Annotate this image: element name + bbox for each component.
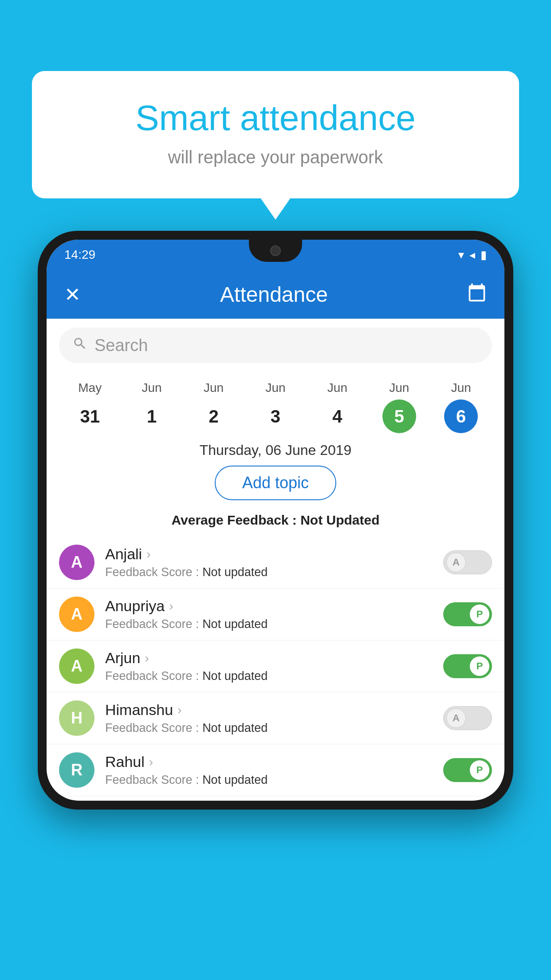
student-name: Rahul› <box>105 753 439 771</box>
cal-date-number[interactable]: 2 <box>197 399 231 433</box>
student-name-text: Anupriya <box>105 597 165 615</box>
camera <box>270 245 281 256</box>
attendance-toggle[interactable]: A <box>443 706 492 730</box>
speech-bubble-container: Smart attendance will replace your paper… <box>32 71 519 198</box>
student-name: Himanshu› <box>105 701 439 719</box>
phone-screen: 14:29 ▾ ◂ ▮ ✕ Attendance <box>47 240 504 801</box>
student-item[interactable]: AAnjali›Feedback Score : Not updatedA <box>47 537 504 589</box>
status-time: 14:29 <box>64 248 95 262</box>
calendar-button[interactable] <box>467 283 487 306</box>
student-name: Anupriya› <box>105 597 439 615</box>
student-name-text: Himanshu <box>105 701 173 719</box>
phone-body: 14:29 ▾ ◂ ▮ ✕ Attendance <box>38 231 513 810</box>
student-info: Rahul›Feedback Score : Not updated <box>105 753 439 787</box>
chevron-right-icon: › <box>169 599 173 613</box>
add-topic-button[interactable]: Add topic <box>215 466 336 500</box>
signal-icon: ◂ <box>469 248 475 262</box>
close-button[interactable]: ✕ <box>64 283 81 306</box>
battery-icon: ▮ <box>480 248 487 262</box>
toggle-knob: A <box>446 708 466 728</box>
selected-date-label: Thursday, 06 June 2019 <box>47 438 504 466</box>
chevron-right-icon: › <box>146 547 150 561</box>
search-placeholder: Search <box>94 336 148 355</box>
cal-date-number[interactable]: 31 <box>73 399 107 433</box>
chevron-right-icon: › <box>177 703 181 717</box>
student-item[interactable]: AArjun›Feedback Score : Not updatedP <box>47 640 504 692</box>
feedback-score: Feedback Score : Not updated <box>105 565 439 579</box>
cal-date-number[interactable]: 6 <box>444 399 478 433</box>
attendance-toggle[interactable]: P <box>443 602 492 626</box>
cal-date-number[interactable]: 3 <box>259 399 292 433</box>
chevron-right-icon: › <box>149 755 153 769</box>
avatar: A <box>59 597 94 632</box>
calendar-strip: May31Jun1Jun2Jun3Jun4Jun5Jun6 <box>47 372 504 438</box>
attendance-toggle[interactable]: P <box>443 758 492 782</box>
attendance-toggle-container[interactable]: A <box>439 550 492 574</box>
student-name: Anjali› <box>105 545 439 563</box>
bubble-title: Smart attendance <box>63 98 488 138</box>
bubble-subtitle: will replace your paperwork <box>63 147 488 167</box>
avatar: R <box>59 752 94 788</box>
cal-month-label: Jun <box>142 381 162 395</box>
attendance-toggle[interactable]: A <box>443 550 492 574</box>
cal-month-label: May <box>78 381 102 395</box>
calendar-day[interactable]: Jun3 <box>244 381 306 433</box>
feedback-score: Feedback Score : Not updated <box>105 617 439 631</box>
student-item[interactable]: RRahul›Feedback Score : Not updatedP <box>47 744 504 796</box>
calendar-day[interactable]: May31 <box>59 381 121 433</box>
calendar-day[interactable]: Jun4 <box>307 381 368 433</box>
cal-month-label: Jun <box>389 381 409 395</box>
student-info: Anjali›Feedback Score : Not updated <box>105 545 439 579</box>
calendar-day[interactable]: Jun1 <box>121 381 182 433</box>
status-icons: ▾ ◂ ▮ <box>458 248 487 262</box>
attendance-toggle[interactable]: P <box>443 654 492 678</box>
student-list: AAnjali›Feedback Score : Not updatedAAAn… <box>47 537 504 801</box>
feedback-score: Feedback Score : Not updated <box>105 721 439 735</box>
attendance-toggle-container[interactable]: P <box>439 602 492 626</box>
student-info: Anupriya›Feedback Score : Not updated <box>105 597 439 631</box>
cal-month-label: Jun <box>451 381 471 395</box>
student-name: Arjun› <box>105 649 439 667</box>
cal-month-label: Jun <box>204 381 224 395</box>
phone-notch <box>249 240 302 262</box>
student-item[interactable]: AAnupriya›Feedback Score : Not updatedP <box>47 589 504 640</box>
cal-date-number[interactable]: 1 <box>135 399 169 433</box>
avatar: A <box>59 545 94 580</box>
wifi-icon: ▾ <box>458 248 464 262</box>
speech-bubble: Smart attendance will replace your paper… <box>32 71 519 198</box>
chevron-right-icon: › <box>145 651 149 665</box>
toggle-knob: P <box>470 760 489 780</box>
app-bar: ✕ Attendance <box>47 270 504 319</box>
feedback-score: Feedback Score : Not updated <box>105 773 439 787</box>
attendance-toggle-container[interactable]: P <box>439 758 492 782</box>
toggle-knob: A <box>446 553 466 572</box>
app-bar-title: Attendance <box>220 282 328 307</box>
attendance-toggle-container[interactable]: A <box>439 706 492 730</box>
student-name-text: Anjali <box>105 545 142 563</box>
student-item[interactable]: HHimanshu›Feedback Score : Not updatedA <box>47 692 504 744</box>
search-bar[interactable]: Search <box>59 328 492 363</box>
student-info: Himanshu›Feedback Score : Not updated <box>105 701 439 735</box>
avg-feedback-value: Not Updated <box>300 513 379 527</box>
calendar-day[interactable]: Jun2 <box>183 381 244 433</box>
cal-date-number[interactable]: 4 <box>320 399 354 433</box>
toggle-knob: P <box>470 605 489 624</box>
avg-feedback-label: Average Feedback : <box>171 513 296 527</box>
avatar: H <box>59 700 94 736</box>
student-info: Arjun›Feedback Score : Not updated <box>105 649 439 683</box>
phone-mockup: 14:29 ▾ ◂ ▮ ✕ Attendance <box>38 231 513 810</box>
attendance-toggle-container[interactable]: P <box>439 654 492 678</box>
student-name-text: Rahul <box>105 753 145 771</box>
toggle-knob: P <box>470 656 489 676</box>
search-icon <box>72 336 87 355</box>
cal-date-number[interactable]: 5 <box>382 399 416 433</box>
calendar-day[interactable]: Jun6 <box>430 381 492 433</box>
student-name-text: Arjun <box>105 649 140 667</box>
avg-feedback: Average Feedback : Not Updated <box>47 509 504 537</box>
feedback-score: Feedback Score : Not updated <box>105 669 439 683</box>
cal-month-label: Jun <box>327 381 347 395</box>
avatar: A <box>59 648 94 684</box>
calendar-day[interactable]: Jun5 <box>368 381 430 433</box>
cal-month-label: Jun <box>265 381 285 395</box>
